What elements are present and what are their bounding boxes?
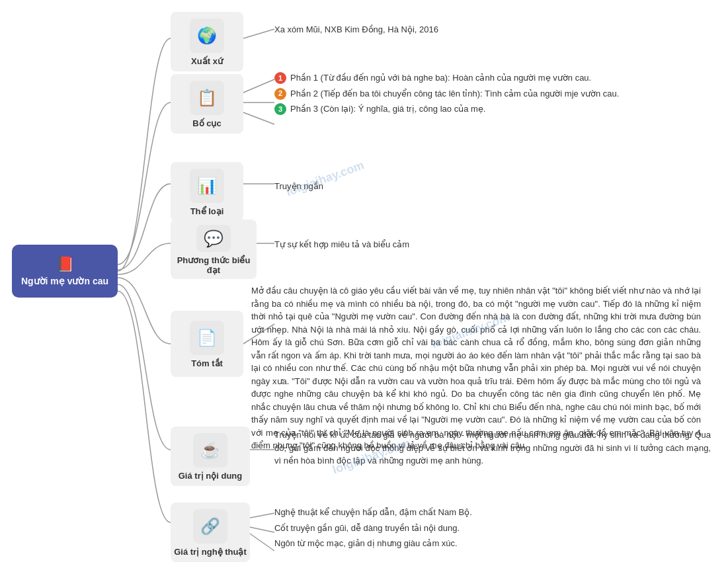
gia-tri-noi-dung-icon: ☕ [193, 433, 227, 468]
mind-map: 📕 Người mẹ vườn cau 🌍 Xuất xứ Xa xóm Mũi… [0, 0, 728, 570]
xuat-xu-icon: 🌍 [190, 19, 224, 53]
svg-line-3 [243, 112, 274, 124]
central-label: Người mẹ vườn cau [21, 276, 108, 286]
phuong-thuc-node: 💬 Phương thức biểu đạt [171, 220, 257, 279]
bo-cuc-label: Bố cục [192, 118, 221, 128]
nghe-thuat-item-2: Cốt truyện gần gũi, dễ dàng truyền tải n… [274, 522, 472, 535]
xuat-xu-content: Xa xóm Mũi, NXB Kim Đồng, Hà Nội, 2016 [274, 23, 438, 36]
the-loai-content: Truyện ngắn [274, 180, 323, 193]
tom-tat-node: 📄 Tóm tắt [171, 311, 243, 377]
gia-tri-nghe-thuat-icon: 🔗 [193, 509, 227, 544]
tom-tat-icon: 📄 [190, 321, 224, 355]
bo-cuc-num-2: 2 [274, 88, 286, 100]
central-node: 📕 Người mẹ vườn cau [12, 245, 118, 298]
bo-cuc-icon: 📋 [190, 81, 224, 115]
xuat-xu-label: Xuất xứ [191, 56, 223, 66]
gia-tri-noi-dung-label: Giá trị nội dung [179, 471, 243, 481]
xuat-xu-node: 🌍 Xuất xứ [171, 12, 243, 71]
bo-cuc-item-2: 2 Phần 2 (Tiếp đến ba tôi chuyển công tá… [274, 87, 711, 101]
gia-tri-nghe-thuat-node: 🔗 Giá trị nghệ thuật [171, 503, 250, 562]
gia-tri-noi-dung-node: ☕ Giá trị nội dung [171, 427, 250, 486]
bo-cuc-num-1: 1 [274, 72, 286, 84]
nghe-thuat-item-3: Ngôn từ mộc mạc, giản dị nhưng giàu cảm … [274, 537, 472, 550]
bo-cuc-item-3: 3 Phần 3 (Còn lại): Ý nghĩa, giá trị, cô… [274, 102, 711, 116]
bo-cuc-num-3: 3 [274, 103, 286, 115]
the-loai-node: 📊 Thể loại [171, 162, 243, 222]
phuong-thuc-label: Phương thức biểu đạt [173, 255, 254, 275]
svg-line-0 [243, 29, 274, 38]
watermark-1: loigiaihay.com [284, 158, 366, 199]
phuong-thuc-icon: 💬 [196, 225, 231, 252]
gia-tri-nghe-thuat-content: Nghệ thuật kể chuyện hấp dẫn, đậm chất N… [274, 506, 472, 550]
tom-tat-label: Tóm tắt [191, 358, 223, 368]
nghe-thuat-item-1: Nghệ thuật kể chuyện hấp dẫn, đậm chất N… [274, 506, 472, 519]
svg-line-1 [243, 79, 274, 93]
bo-cuc-node: 📋 Bố cục [171, 74, 243, 134]
the-loai-label: Thể loại [190, 206, 224, 216]
book-icon: 📕 [56, 256, 74, 273]
gia-tri-noi-dung-content: Truyện nói về kí ức của tác giả về người… [274, 428, 711, 468]
bo-cuc-item-1: 1 Phần 1 (Từ đầu đến ngủ với bà nghe ba)… [274, 71, 711, 85]
gia-tri-nghe-thuat-label: Giá trị nghệ thuật [174, 547, 247, 557]
the-loai-icon: 📊 [190, 169, 224, 203]
phuong-thuc-content: Tự sự kết hợp miêu tả và biểu cảm [274, 238, 409, 251]
tom-tat-content: Mở đầu câu chuyện là cô giáo yêu cầu viế… [251, 284, 701, 452]
bo-cuc-content: 1 Phần 1 (Từ đầu đến ngủ với bà nghe ba)… [274, 71, 711, 118]
